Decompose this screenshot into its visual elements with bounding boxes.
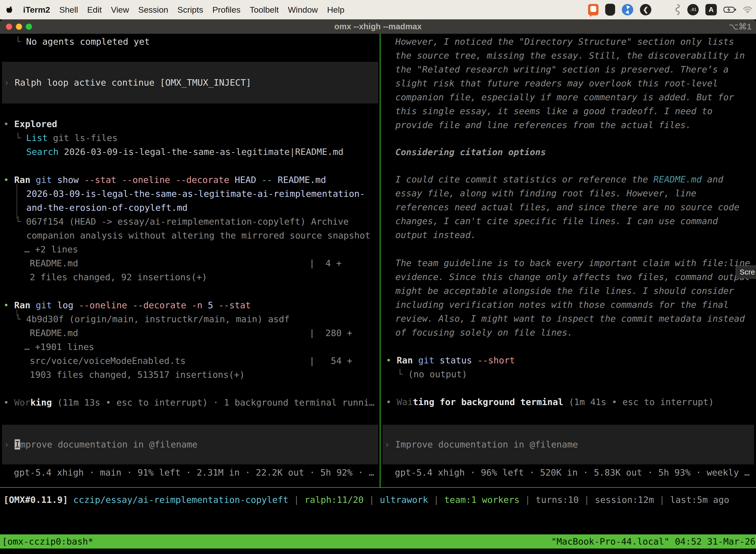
- tree-connector: [17, 184, 17, 219]
- screen-share-button[interactable]: Scre: [736, 266, 756, 278]
- tmux-session-label[interactable]: [omx-cczip0:bash*: [2, 535, 93, 549]
- git-show-output-2: companion analysis without altering the …: [26, 229, 370, 242]
- tmux-pane-right[interactable]: However, I noticed the "Directory Struct…: [380, 34, 756, 487]
- battery-charging-icon[interactable]: [723, 6, 737, 13]
- status-separator: [0, 487, 756, 488]
- menu-session[interactable]: Session: [138, 5, 168, 15]
- menu-shell[interactable]: Shell: [59, 5, 78, 15]
- git-status-output: └ (no output): [397, 367, 467, 381]
- window-title: omx --xhigh --madmax: [0, 22, 756, 31]
- tmux-host-clock: "MacBook-Pro-44.local" 04:52 31-Mar-26: [551, 535, 756, 549]
- git-show-command: • Ran git show --stat --oneline --decora…: [3, 173, 326, 187]
- chat-app-icon[interactable]: [588, 4, 598, 15]
- git-log-output-4: src/voice/voiceModeEnabled.ts | 54 +: [30, 354, 352, 368]
- prompt-input-left[interactable]: › Improve documentation in @filename: [2, 425, 378, 464]
- menu-edit[interactable]: Edit: [87, 5, 102, 15]
- close-window-button[interactable]: [6, 23, 12, 30]
- waiting-status-line: • Waiting for background terminal (1m 41…: [386, 395, 714, 409]
- inject-banner-text: › Ralph loop active continue [OMX_TMUX_I…: [4, 76, 251, 90]
- working-status-line: • Working (11m 13s • esc to interrupt) ·…: [3, 396, 375, 409]
- traffic-lights: [6, 19, 32, 34]
- menu-profiles[interactable]: Profiles: [212, 5, 240, 15]
- git-show-output-3: … +2 lines: [24, 242, 78, 257]
- git-log-command: • Ran git log --oneline --decorate -n 5 …: [3, 298, 251, 312]
- apple-menu-icon[interactable]: [6, 6, 13, 14]
- chevron-circle-icon[interactable]: ❮: [640, 4, 651, 15]
- git-log-output-1: └ 4b9d30f (origin/main, instructkr/main,…: [15, 312, 290, 326]
- git-show-output-1: └ 067f154 (HEAD -> essay/ai-reimplementa…: [15, 215, 349, 229]
- shield-grid-icon[interactable]: [605, 4, 615, 16]
- wifi-icon[interactable]: [743, 6, 752, 13]
- menu-bar: iTerm2 Shell Edit View Session Scripts P…: [0, 0, 756, 19]
- window-title-bar[interactable]: omx --xhigh --madmax ⌥⌘1: [0, 19, 756, 34]
- screen: { "menu_bar": { "items": ["iTerm2", "She…: [0, 0, 756, 554]
- app-menus: iTerm2 Shell Edit View Session Scripts P…: [23, 5, 344, 15]
- dots-grid-icon[interactable]: [658, 5, 668, 15]
- agents-note-line: └ No agents completed yet: [15, 35, 150, 49]
- menu-toolbelt[interactable]: Toolbelt: [250, 5, 279, 15]
- menu-scripts[interactable]: Scripts: [177, 5, 203, 15]
- zoom-window-button[interactable]: [26, 23, 32, 30]
- explored-search-line: Search 2026-03-09-is-legal-the-same-as-l…: [26, 145, 343, 159]
- badge-61-icon[interactable]: ..61: [687, 4, 699, 15]
- git-show-output-5: 2 files changed, 92 insertions(+): [30, 270, 207, 284]
- thinking-paragraph-1: However, I noticed the "Directory Struct…: [395, 35, 745, 132]
- git-status-command: • Ran git status --short: [386, 353, 515, 367]
- tab-shortcut-label: ⌥⌘1: [729, 19, 752, 34]
- git-log-output-3: … +1901 lines: [24, 340, 94, 354]
- session-status-left: gpt-5.4 xhigh · main · 91% left · 2.31M …: [14, 466, 374, 480]
- git-show-output-4: README.md | 4 +: [30, 257, 341, 270]
- blue-bolt-icon[interactable]: [622, 4, 633, 15]
- git-show-filename-2: and-the-erosion-of-copyleft.md: [26, 201, 188, 215]
- git-log-output-5: 1903 files changed, 513517 insertions(+): [30, 368, 245, 382]
- menu-help[interactable]: Help: [327, 5, 344, 15]
- prompt-input-left-text: › Improve documentation in @filename: [4, 438, 197, 451]
- thinking-paragraph-3: The team guideline is to back every impo…: [395, 256, 750, 340]
- explored-list-line: └ List git ls-files: [15, 131, 118, 145]
- prompt-input-right-text: › Improve documentation in @filename: [384, 438, 578, 451]
- thinking-heading: Considering citation options: [395, 145, 546, 159]
- tmux-status-bar: [omx-cczip0:bash* "MacBook-Pro-44.local"…: [0, 535, 756, 549]
- explored-header: • Explored: [3, 117, 57, 131]
- menu-window[interactable]: Window: [288, 5, 318, 15]
- menu-status-tray: ❮ ..61 A: [588, 0, 752, 19]
- hook-squiggle-icon[interactable]: [675, 4, 681, 15]
- thinking-paragraph-2-line-1: I could cite commit statistics or refere…: [395, 172, 723, 186]
- menu-iterm2[interactable]: iTerm2: [23, 5, 50, 15]
- thinking-paragraph-2-rest: essay file, along with finding root file…: [395, 186, 739, 242]
- inject-banner[interactable]: › Ralph loop active continue [OMX_TMUX_I…: [2, 62, 378, 104]
- minimize-window-button[interactable]: [16, 23, 22, 30]
- menu-view[interactable]: View: [111, 5, 129, 15]
- git-log-output-2: README.md | 280 +: [30, 326, 352, 340]
- git-show-filename-1: 2026-03-09-is-legal-the-same-as-legitima…: [26, 187, 365, 201]
- prompt-input-right[interactable]: › Improve documentation in @filename: [382, 425, 754, 464]
- tmux-pane-left[interactable]: └ No agents completed yet › Ralph loop a…: [0, 34, 380, 487]
- session-status-right: gpt-5.4 xhigh · 96% left · 520K in · 5.8…: [395, 466, 750, 480]
- letter-a-icon[interactable]: A: [705, 4, 717, 15]
- omx-status-line: [OMX#0.11.9] cczip/essay/ai-reimplementa…: [3, 493, 729, 507]
- terminal-area: └ No agents completed yet › Ralph loop a…: [0, 34, 756, 487]
